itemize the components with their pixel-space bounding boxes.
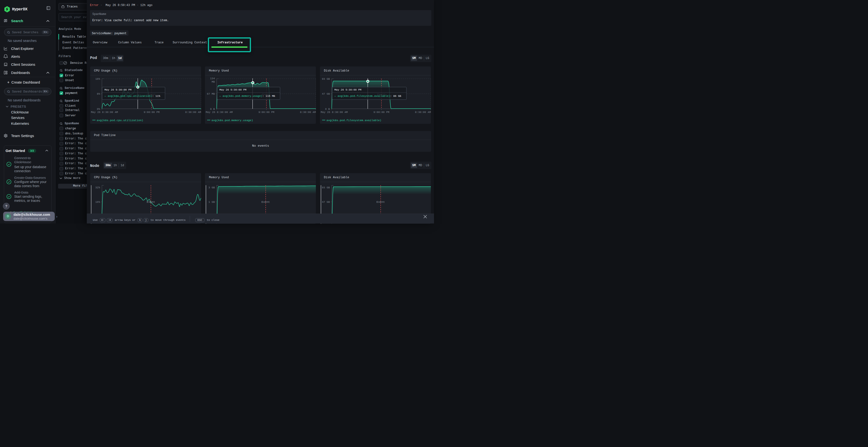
svg-text:8%: 8% [97, 93, 100, 95]
svg-text:Event: Event [147, 200, 155, 204]
svg-text:0%: 0% [97, 108, 100, 110]
svg-text:9:00:00 PM: 9:00:00 PM [144, 111, 160, 114]
svg-text:8:30:00 AM: 8:30:00 AM [415, 111, 431, 114]
svg-text:avg(k8s.pod.filesystem.availab: avg(k8s.pod.filesystem.available) [327, 119, 381, 122]
svg-text:May 26 8:30:00 AM: May 26 8:30:00 AM [91, 111, 118, 114]
svg-text:9:00:00 PM: 9:00:00 PM [373, 111, 390, 114]
svg-text:8:30:00 AM: 8:30:00 AM [300, 111, 316, 114]
svg-text:1 GB: 1 GB [209, 201, 215, 204]
svg-text:May 26 8:30:00 AM: May 26 8:30:00 AM [321, 111, 348, 114]
svg-text:avg(k8s.pod.cpu.utilization): avg(k8s.pod.cpu.utilization) [97, 119, 143, 122]
svg-text:Event: Event [377, 200, 385, 204]
svg-text:MB: MB [212, 80, 215, 83]
svg-text:0 B: 0 B [325, 108, 330, 110]
svg-text:16%: 16% [95, 201, 100, 204]
svg-text:67 MB: 67 MB [207, 93, 215, 95]
svg-text:93 GB: 93 GB [322, 77, 330, 80]
svg-text:May 26 8:30:00 AM: May 26 8:30:00 AM [206, 111, 233, 114]
svg-text:32%: 32% [95, 186, 100, 189]
svg-text:47 GB: 47 GB [322, 201, 330, 204]
svg-text:avg(k8s.pod.memory.usage): avg(k8s.pod.memory.usage) [212, 119, 253, 122]
svg-text:47 GB: 47 GB [322, 93, 330, 95]
svg-text:16%: 16% [95, 77, 100, 80]
svg-text:0 B: 0 B [210, 108, 215, 110]
svg-text:8:30:00 AM: 8:30:00 AM [185, 111, 201, 114]
svg-text:9:00:00 PM: 9:00:00 PM [258, 111, 274, 114]
svg-text:93 GB: 93 GB [322, 186, 330, 189]
svg-text:3 GB: 3 GB [209, 186, 215, 189]
svg-text:134: 134 [210, 77, 215, 80]
svg-text:Event: Event [261, 200, 270, 204]
